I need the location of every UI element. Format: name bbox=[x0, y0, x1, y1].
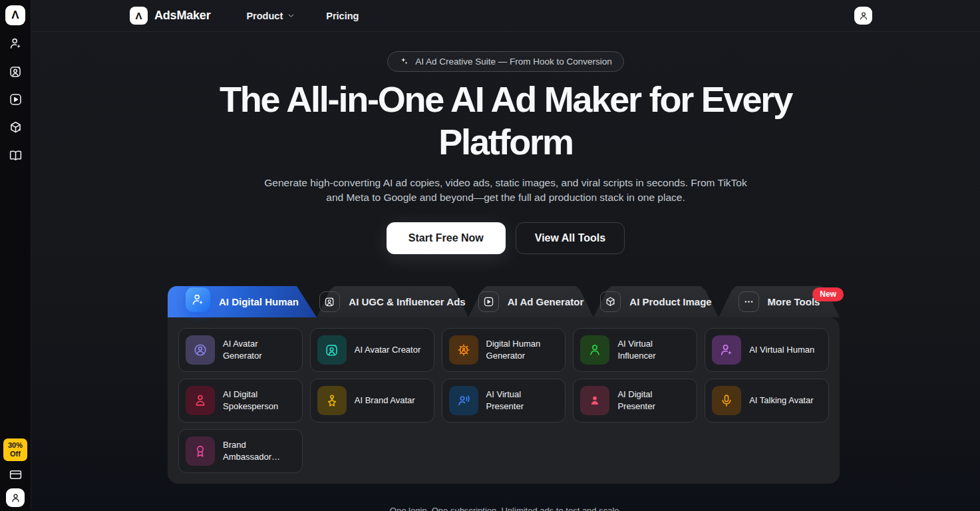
award-icon bbox=[186, 436, 215, 466]
user-filled-icon bbox=[580, 386, 609, 415]
user-square-sparkle-icon bbox=[9, 65, 23, 79]
sidebar: Λ 30% Off bbox=[0, 0, 31, 511]
nav-item-product[interactable]: Product bbox=[246, 11, 295, 21]
discount-percent: 30% bbox=[5, 441, 26, 450]
tool-card-ai-virtual-presenter[interactable]: AI Virtual Presenter bbox=[442, 379, 566, 423]
sparkles-icon bbox=[399, 57, 409, 67]
play-square-icon bbox=[9, 92, 23, 106]
tool-card-label: AI Virtual Influencer bbox=[617, 338, 690, 361]
lambda-logo-icon: Λ bbox=[130, 7, 148, 25]
tool-card-ai-digital-spokesperson[interactable]: AI Digital Spokesperson bbox=[178, 379, 303, 423]
tab-inner: AI Ad Generator bbox=[468, 286, 593, 317]
tool-card-ai-avatar-generator[interactable]: AI Avatar Generator bbox=[178, 328, 303, 372]
tool-card-ai-avatar-creator[interactable]: AI Avatar Creator bbox=[310, 328, 434, 372]
tools-panel: AI Avatar GeneratorAI Avatar CreatorDigi… bbox=[168, 317, 840, 484]
user-bust-icon bbox=[186, 386, 215, 415]
tab-inner: AI Product Image bbox=[593, 286, 719, 317]
tool-card-ai-brand-avatar[interactable]: AI Brand Avatar bbox=[310, 379, 434, 423]
tool-card-label: AI Digital Spokesperson bbox=[223, 389, 295, 412]
start-free-button[interactable]: Start Free Now bbox=[387, 222, 506, 254]
tab-inner: AI UGC & Influencer Ads bbox=[317, 286, 468, 317]
tab-ai-product-image[interactable]: AI Product Image bbox=[593, 286, 719, 317]
sidebar-item-billing[interactable] bbox=[9, 468, 23, 482]
tab-ai-ad-generator[interactable]: AI Ad Generator bbox=[468, 286, 593, 317]
subtitle-line-2: and Meta to Google and beyond—get the fu… bbox=[264, 190, 746, 205]
tab-more-tools[interactable]: More ToolsNew bbox=[719, 286, 840, 317]
sidebar-item-product-image[interactable] bbox=[9, 120, 23, 134]
hero-section: AI Ad Creative Suite — From Hook to Conv… bbox=[31, 32, 980, 254]
tool-card-ai-talking-avatar[interactable]: AI Talking Avatar bbox=[705, 379, 829, 423]
sidebar-nav bbox=[9, 37, 23, 162]
tool-card-label: AI Digital Presenter bbox=[617, 389, 690, 412]
tab-label: AI UGC & Influencer Ads bbox=[349, 296, 465, 307]
nav-item-pricing-label: Pricing bbox=[326, 11, 359, 21]
tool-card-brand-ambassador[interactable]: Brand Ambassador… bbox=[178, 429, 303, 473]
user-icon bbox=[858, 11, 869, 21]
user-square-sparkle-icon bbox=[319, 291, 340, 312]
user-icon bbox=[580, 335, 609, 365]
subtitle-line-1: Generate high-converting AI ad copies, v… bbox=[264, 176, 746, 190]
tabs-row: AI Digital HumanAI UGC & Influencer AdsA… bbox=[168, 286, 840, 317]
cube-sparkle-icon bbox=[600, 291, 621, 312]
star-user-icon bbox=[317, 386, 347, 415]
user-square-sparkle-icon bbox=[317, 335, 347, 365]
lambda-logo-icon[interactable]: Λ bbox=[5, 5, 25, 25]
tab-label: AI Ad Generator bbox=[508, 296, 583, 307]
sidebar-item-avatar-creator[interactable] bbox=[9, 65, 23, 79]
user-sparkle-icon bbox=[9, 37, 23, 51]
tool-card-label: Brand Ambassador… bbox=[223, 439, 295, 462]
tab-label: AI Product Image bbox=[629, 296, 711, 307]
tool-card-label: AI Avatar Generator bbox=[223, 338, 295, 361]
discount-badge[interactable]: 30% Off bbox=[3, 438, 27, 461]
tool-card-digital-human-generator[interactable]: Digital Human Generator bbox=[442, 328, 566, 372]
user-sparkle-icon bbox=[186, 287, 210, 312]
gear-user-icon bbox=[449, 335, 478, 365]
user-waves-icon bbox=[449, 386, 478, 415]
view-all-tools-button[interactable]: View All Tools bbox=[516, 222, 625, 254]
tools-grid: AI Avatar GeneratorAI Avatar CreatorDigi… bbox=[178, 328, 829, 473]
discount-label: Off bbox=[5, 450, 26, 458]
tool-card-label: AI Avatar Creator bbox=[355, 344, 420, 356]
tab-inner: AI Digital Human bbox=[168, 286, 317, 317]
tool-card-label: AI Virtual Presenter bbox=[486, 389, 559, 412]
brand[interactable]: Λ AdsMaker bbox=[130, 7, 210, 25]
title-line-2: Platform bbox=[220, 121, 792, 164]
cta-row: Start Free Now View All Tools bbox=[387, 222, 625, 254]
user-circle-icon bbox=[186, 335, 215, 365]
title-line-1: The All-in-One AI Ad Maker for Every bbox=[220, 79, 792, 121]
book-open-icon bbox=[9, 148, 23, 162]
tool-card-label: Digital Human Generator bbox=[486, 338, 559, 361]
header: Λ AdsMaker Product Pricing bbox=[31, 0, 980, 32]
user-sparkle-icon bbox=[712, 335, 741, 365]
footer-tagline: One login. One subscription. Unlimited a… bbox=[31, 506, 980, 511]
header-avatar-button[interactable] bbox=[854, 7, 872, 25]
new-badge: New bbox=[812, 287, 844, 301]
tab-label: More Tools bbox=[768, 296, 820, 307]
tools-section: AI Digital HumanAI UGC & Influencer AdsA… bbox=[168, 286, 840, 484]
tool-card-ai-virtual-human[interactable]: AI Virtual Human bbox=[705, 328, 829, 372]
ellipsis-icon bbox=[738, 291, 759, 312]
tool-card-ai-virtual-influencer[interactable]: AI Virtual Influencer bbox=[573, 328, 697, 372]
tab-label: AI Digital Human bbox=[219, 296, 299, 307]
sidebar-item-library[interactable] bbox=[9, 148, 23, 162]
sidebar-item-video-ads[interactable] bbox=[9, 92, 23, 106]
credit-card-icon bbox=[9, 468, 23, 482]
nav-item-pricing[interactable]: Pricing bbox=[326, 11, 359, 21]
tool-card-label: AI Brand Avatar bbox=[355, 395, 415, 407]
tool-card-label: AI Virtual Human bbox=[749, 344, 814, 356]
mic-icon bbox=[712, 386, 741, 415]
chevron-down-icon bbox=[287, 11, 295, 20]
play-square-icon bbox=[478, 291, 499, 312]
brand-name: AdsMaker bbox=[154, 9, 210, 23]
tool-card-ai-digital-presenter[interactable]: AI Digital Presenter bbox=[573, 379, 697, 423]
hero-subtitle: Generate high-converting AI ad copies, v… bbox=[264, 176, 746, 205]
nav-item-product-label: Product bbox=[246, 11, 283, 21]
tab-ai-ugc-influencer-ads[interactable]: AI UGC & Influencer Ads bbox=[317, 286, 468, 317]
header-nav: Product Pricing bbox=[246, 11, 359, 21]
page-title: The All-in-One AI Ad Maker for Every Pla… bbox=[220, 79, 792, 163]
sidebar-avatar-button[interactable] bbox=[6, 488, 25, 507]
user-icon bbox=[10, 492, 21, 504]
tab-ai-digital-human[interactable]: AI Digital Human bbox=[168, 286, 317, 317]
hero-badge-label: AI Ad Creative Suite — From Hook to Conv… bbox=[415, 57, 612, 67]
sidebar-item-digital-human[interactable] bbox=[9, 37, 23, 51]
